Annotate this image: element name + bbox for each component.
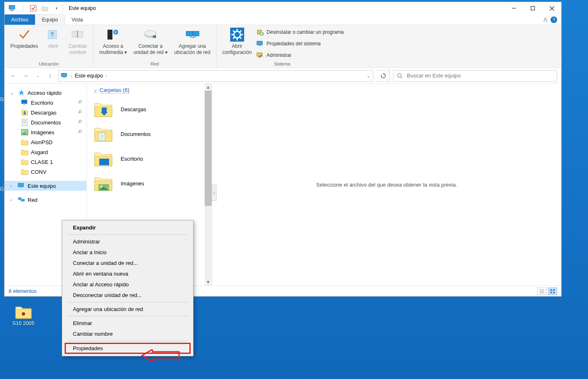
pin-icon: ⚲ [77, 128, 85, 137]
scroll-down-icon[interactable]: ▼ [205, 278, 212, 285]
window-title: Este equipo [69, 5, 96, 11]
svg-rect-17 [193, 31, 199, 36]
qat-folder-icon[interactable] [41, 5, 49, 12]
search-box[interactable] [393, 70, 557, 82]
acceso-multimedia-button[interactable]: Acceso a multimedia ▾ [96, 26, 130, 61]
folder-icon [14, 303, 33, 321]
chevron-right-icon[interactable]: › [71, 73, 72, 78]
ctx-cambiar-nombre[interactable]: Cambiar nombre [65, 329, 191, 339]
nav-back-button[interactable]: ← [9, 71, 18, 80]
document-icon [21, 119, 28, 126]
ctx-eliminar[interactable]: Eliminar [65, 318, 191, 328]
svg-rect-31 [258, 45, 261, 46]
pictures-icon [21, 129, 28, 136]
administrar-button[interactable]: Administrar [255, 51, 345, 60]
nav-network[interactable]: › Red [5, 195, 86, 205]
ctx-administrar[interactable]: Administrar [65, 236, 191, 247]
view-details-button[interactable] [537, 288, 546, 295]
folder-item[interactable]: Descargas [93, 101, 210, 118]
add-location-icon [185, 28, 199, 42]
svg-rect-34 [63, 77, 65, 78]
nav-up-button[interactable]: ↑ [46, 71, 55, 80]
pin-icon: ⚲ [77, 108, 85, 117]
nav-item-label: CLASE 1 [31, 159, 53, 165]
chevron-down-icon[interactable]: ⌄ [93, 87, 97, 93]
nav-item[interactable]: CONV [5, 167, 86, 177]
abrir-button[interactable]: Abrir [41, 26, 65, 61]
folder-item[interactable]: Escritorio [93, 150, 210, 167]
chevron-right-icon[interactable]: › [105, 73, 107, 78]
navbar: ← → ⌄ ↑ › Este equipo › ⌄ [5, 68, 561, 84]
ribbon-body: Propiedades Abrir Cambiar nombre Ubicaci… [5, 25, 561, 68]
ctx-anclar-inicio[interactable]: Anclar a Inicio [65, 247, 191, 257]
map-drive-icon [144, 28, 158, 42]
refresh-button[interactable] [377, 70, 390, 82]
nav-recent-dropdown[interactable]: ⌄ [33, 71, 42, 80]
tab-archivo[interactable]: Archivo [5, 14, 35, 25]
nav-item[interactable]: Documentos⚲ [5, 117, 86, 127]
desktop-shortcut-s10[interactable]: S10 2005 [9, 303, 38, 326]
nav-quick-access[interactable]: ⌄ Acceso rápido [5, 88, 86, 98]
nav-item-label: Asgard [31, 149, 48, 155]
svg-rect-45 [18, 183, 23, 187]
ctx-expand[interactable]: Expandir [65, 222, 191, 233]
minimize-button[interactable] [504, 2, 523, 14]
qat-properties-icon[interactable] [30, 5, 37, 12]
nav-item[interactable]: Escritorio⚲ [5, 98, 86, 108]
nav-item[interactable]: Descargas⚲ [5, 108, 86, 117]
nav-item[interactable]: AionPSD [5, 137, 86, 147]
svg-point-29 [260, 32, 264, 35]
help-icon[interactable]: ? [551, 16, 557, 23]
abrir-configuracion-button[interactable]: Abrir configuración [219, 26, 255, 61]
ribbon-group-red: Acceso a multimedia ▾ Conectar a unidad … [93, 25, 217, 68]
chevron-down-icon[interactable]: ⌄ [10, 90, 15, 96]
ctx-abrir-ventana[interactable]: Abrir en ventana nueva [65, 269, 191, 279]
nav-item[interactable]: CLASE 1 [5, 157, 86, 167]
ctx-anclar-acceso[interactable]: Anclar al Acceso rápido [65, 279, 191, 290]
folders-group-header[interactable]: ⌄ Carpetas (6) [93, 87, 210, 93]
nav-item[interactable]: Imágenes⚲ [5, 127, 86, 137]
propiedades-sistema-button[interactable]: Propiedades del sistema [255, 39, 345, 48]
vertical-scrollbar[interactable]: ▲ ▼ [205, 84, 212, 285]
folder-item[interactable]: Documentos [93, 125, 210, 143]
manage-icon [257, 51, 264, 59]
nav-item[interactable]: Asgard [5, 147, 86, 157]
ribbon-tabs: Archivo Equipo Vista ⋀ ? [5, 14, 561, 25]
scroll-up-icon[interactable]: ▲ [205, 84, 212, 91]
search-input[interactable] [406, 72, 553, 79]
scroll-thumb[interactable] [205, 91, 212, 206]
propiedades-button[interactable]: Propiedades [7, 26, 41, 61]
nav-forward-button[interactable]: → [21, 71, 30, 80]
close-button[interactable] [542, 2, 561, 14]
qat-dropdown-icon[interactable]: ▾ [53, 5, 60, 12]
tab-equipo[interactable]: Equipo [35, 14, 65, 25]
address-bar[interactable]: › Este equipo › ⌄ [58, 70, 373, 82]
ribbon-group-ubicacion: Propiedades Abrir Cambiar nombre Ubicaci… [5, 25, 93, 68]
status-item-count: 8 elementos [9, 288, 37, 294]
ctx-separator [67, 302, 188, 302]
breadcrumb-root[interactable]: Este equipo [75, 73, 103, 79]
svg-rect-0 [9, 5, 15, 9]
address-dropdown-icon[interactable]: ⌄ [366, 73, 371, 79]
preview-pane: Seleccione el archivo del que desea obte… [212, 84, 561, 285]
ctx-agregar-ubicacion[interactable]: Agregar una ubicación de red [65, 304, 191, 314]
ctx-conectar-unidad[interactable]: Conectar a unidad de red... [65, 258, 191, 268]
maximize-button[interactable] [523, 2, 542, 14]
chevron-right-icon[interactable]: › [10, 197, 15, 202]
pane-collapse-handle[interactable]: › [212, 185, 217, 201]
conectar-unidad-button[interactable]: Conectar a unidad de red ▾ [130, 26, 171, 61]
cambiar-nombre-button[interactable]: Cambiar nombre [65, 26, 90, 61]
pin-icon: ⚲ [77, 118, 85, 127]
agregar-ubicacion-button[interactable]: Agregar una ubicación de red [171, 26, 214, 61]
nav-thispc[interactable]: › Este equipo [5, 181, 86, 191]
ctx-desconectar[interactable]: Desconectar unidad de red... [65, 290, 191, 300]
svg-point-64 [22, 312, 25, 316]
tab-vista[interactable]: Vista [65, 14, 90, 25]
view-large-icons-button[interactable] [548, 288, 557, 295]
desinstalar-button[interactable]: Desinstalar o cambiar un programa [255, 28, 345, 37]
chevron-right-icon[interactable]: › [10, 183, 15, 188]
folder-item[interactable]: Imágenes [93, 175, 210, 192]
ctx-separator [67, 234, 188, 235]
svg-rect-60 [550, 289, 552, 291]
ribbon-collapse-icon[interactable]: ⋀ [544, 17, 547, 22]
